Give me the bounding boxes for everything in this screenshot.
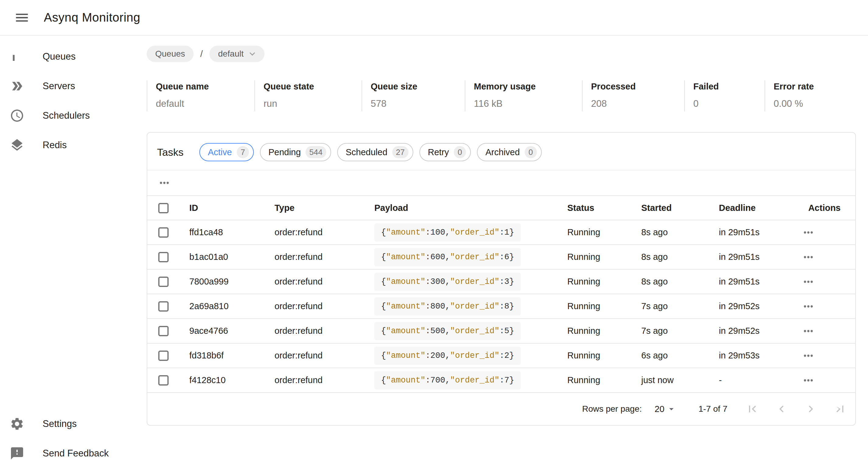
sidebar-nav-bottom: Settings Send Feedback (0, 409, 146, 468)
last-page-button[interactable] (833, 402, 847, 416)
queue-stats-row: Queue name default Queue state run Queue… (147, 80, 856, 112)
task-status: Running (567, 245, 641, 269)
stat-label: Failed (693, 82, 758, 92)
row-checkbox[interactable] (158, 252, 168, 262)
more-horiz-icon (802, 250, 815, 264)
row-actions-button[interactable] (802, 250, 815, 264)
tab-count-badge: 7 (237, 146, 249, 158)
more-horiz-icon (802, 275, 815, 288)
tab-label: Scheduled (346, 147, 388, 157)
tab-archived[interactable]: Archived 0 (477, 143, 542, 161)
rows-per-page-value: 20 (655, 404, 664, 414)
clock-icon (10, 108, 24, 123)
more-horiz-icon (158, 176, 171, 190)
stat-block: Queue name default (147, 80, 254, 112)
more-horiz-icon (802, 226, 815, 239)
task-status: Running (567, 294, 641, 319)
layers-icon (10, 138, 24, 152)
select-all-checkbox[interactable] (158, 203, 168, 213)
task-started: just now (641, 368, 719, 393)
stat-value: 0.00 % (774, 98, 850, 109)
row-checkbox[interactable] (158, 326, 168, 336)
table-pagination: Rows per page: 20 1-7 of 7 (147, 393, 855, 425)
chevron-right-button[interactable] (804, 402, 817, 416)
task-started: 8s ago (641, 220, 719, 245)
breadcrumb-queues-chip[interactable]: Queues (147, 45, 193, 62)
sidebar-item-settings[interactable]: Settings (0, 409, 146, 438)
row-checkbox[interactable] (158, 375, 168, 385)
table-row: 7800a999 order:refund {"amount":300,"ord… (147, 269, 855, 294)
tab-scheduled[interactable]: Scheduled 27 (337, 143, 413, 161)
task-type: order:refund (275, 294, 374, 319)
task-payload-json: {"amount":300,"order_id":3} (374, 273, 521, 291)
task-deadline: in 29m51s (719, 269, 802, 294)
pagination-range: 1-7 of 7 (699, 404, 727, 414)
tab-label: Archived (486, 147, 520, 157)
task-id: fd318b6f (189, 343, 275, 368)
row-checkbox[interactable] (158, 277, 168, 287)
row-actions-button[interactable] (802, 349, 815, 363)
table-menu-button[interactable] (158, 176, 171, 190)
sidebar-item-send-feedback[interactable]: Send Feedback (0, 438, 146, 468)
task-id: ffd1ca48 (189, 220, 275, 245)
task-type: order:refund (275, 319, 374, 343)
sidebar-item-redis[interactable]: Redis (0, 130, 146, 160)
sidebar-nav-top: Queues Servers Schedulers Redis (0, 42, 146, 160)
row-actions-button[interactable] (802, 275, 815, 288)
breadcrumb-separator: / (200, 49, 203, 59)
task-type: order:refund (275, 269, 374, 294)
task-started: 6s ago (641, 343, 719, 368)
chevron-right-icon (804, 402, 817, 416)
breadcrumb-root-label: Queues (155, 49, 185, 59)
breadcrumb: Queues / default (147, 45, 856, 62)
tasks-title: Tasks (157, 146, 184, 158)
tab-pending[interactable]: Pending 544 (260, 143, 331, 161)
hamburger-menu-button[interactable] (13, 9, 30, 26)
row-actions-button[interactable] (802, 324, 815, 338)
last-page-icon (833, 402, 847, 416)
table-row: f4128c10 order:refund {"amount":700,"ord… (147, 368, 855, 393)
row-checkbox[interactable] (158, 301, 168, 312)
pager-buttons (746, 402, 847, 416)
first-page-button[interactable] (746, 402, 759, 416)
row-checkbox[interactable] (158, 350, 168, 361)
task-deadline: in 29m51s (719, 245, 802, 269)
stat-block: Queue size 578 (362, 80, 465, 112)
tab-active[interactable]: Active 7 (199, 143, 254, 161)
column-header-status: Status (567, 196, 641, 220)
tab-count-badge: 0 (454, 146, 466, 158)
task-deadline: in 29m52s (719, 294, 802, 319)
stat-value: 578 (371, 98, 459, 109)
tab-retry[interactable]: Retry 0 (420, 143, 471, 161)
stat-label: Memory usage (474, 82, 576, 92)
row-actions-button[interactable] (802, 374, 815, 387)
sidebar-item-servers[interactable]: Servers (0, 71, 146, 101)
sidebar-item-queues[interactable]: Queues (0, 42, 146, 71)
column-header-actions: Actions (802, 196, 855, 220)
row-actions-button[interactable] (802, 226, 815, 239)
rows-per-page-select[interactable]: 20 (655, 404, 677, 414)
task-payload-json: {"amount":800,"order_id":8} (374, 297, 521, 316)
column-header-payload: Payload (374, 196, 567, 220)
stat-label: Queue size (371, 82, 459, 92)
chevron-left-button[interactable] (775, 402, 788, 416)
row-checkbox[interactable] (158, 227, 168, 238)
tab-count-badge: 0 (525, 146, 537, 158)
stat-value: 116 kB (474, 98, 576, 109)
tasks-card: Tasks Active 7 Pending 544 Scheduled 27 … (147, 132, 856, 426)
chevron-down-icon (247, 49, 258, 59)
breadcrumb-queue-select-chip[interactable]: default (209, 45, 264, 62)
menu-icon (14, 10, 30, 26)
tab-label: Pending (269, 147, 301, 157)
task-id: f4128c10 (189, 368, 275, 393)
task-payload-json: {"amount":600,"order_id":6} (374, 248, 521, 266)
task-started: 7s ago (641, 294, 719, 319)
stat-block: Failed 0 (684, 80, 765, 112)
first-page-icon (746, 402, 759, 416)
more-horiz-icon (802, 324, 815, 338)
sidebar-item-schedulers[interactable]: Schedulers (0, 101, 146, 130)
feedback-icon (10, 446, 24, 461)
table-row: 9ace4766 order:refund {"amount":500,"ord… (147, 319, 855, 343)
sidebar: Queues Servers Schedulers Redis Settings… (0, 36, 146, 468)
row-actions-button[interactable] (802, 300, 815, 313)
